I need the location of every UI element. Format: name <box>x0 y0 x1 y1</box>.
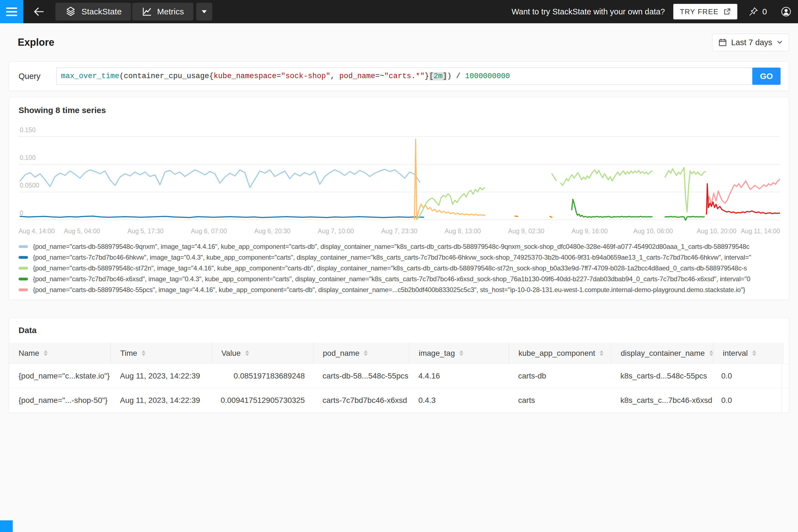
query-token: 1000000000 <box>465 72 510 80</box>
x-tick-label: Aug 7, 23:30 <box>381 227 417 235</box>
topbar-right: Want to try StackState with your own dat… <box>512 4 798 19</box>
query-token: "sock-shop" <box>281 72 330 80</box>
y-tick-label: 0.100 <box>20 154 36 161</box>
legend-text: {pod_name="carts-db-588979548c-9qnxm", i… <box>33 243 749 250</box>
x-tick-label: Aug 6, 20:30 <box>254 227 290 235</box>
query-panel: Query max_over_time(container_cpu_usage{… <box>9 61 789 91</box>
column-header-image-tag[interactable]: image_tag <box>409 343 509 363</box>
back-button[interactable] <box>31 3 47 20</box>
chart-title: Showing 8 time series <box>19 106 779 115</box>
legend-swatch <box>19 267 28 270</box>
chart-plot-area[interactable]: 0.1500.1000.05000 <box>19 123 780 223</box>
cell-name: {pod_name="...-shop-50"} <box>9 396 111 405</box>
go-button[interactable]: GO <box>752 68 781 85</box>
series-carts-db-588979548c-st72n <box>665 168 705 212</box>
page-title: Explore <box>18 37 54 48</box>
hamburger-icon <box>6 7 17 9</box>
tab-metrics-label: Metrics <box>157 7 184 16</box>
series-carts-db-588979548c-st72n <box>561 170 652 185</box>
cell-value: 0.009417512905730325 <box>212 396 313 405</box>
column-header-name[interactable]: Name <box>9 343 111 363</box>
bottom-left-widget-button[interactable] <box>0 520 13 532</box>
tab-stackstate[interactable]: StackState <box>55 3 131 20</box>
query-input[interactable]: max_over_time(container_cpu_usage{kube_n… <box>56 68 753 85</box>
column-header-display-container-name[interactable]: display_container_name <box>611 343 713 363</box>
data-panel: Data NameTimeValuepod_nameimage_tagkube_… <box>9 318 789 413</box>
query-token: ] <box>442 72 447 80</box>
sort-icon <box>709 350 713 356</box>
pin-count-badge: 0 <box>762 7 767 16</box>
cell-interval: 0.0 <box>712 396 782 405</box>
x-tick-label: Aug 5, 04:00 <box>64 227 100 235</box>
back-arrow-icon <box>33 7 44 16</box>
try-free-button[interactable]: TRY FREE <box>673 4 738 19</box>
cell-pod-name: carts-7c7bd7bc46-x6xsd <box>313 396 409 405</box>
x-tick-label: Aug 10, 20:00 <box>697 227 736 235</box>
sort-icon <box>44 350 48 356</box>
query-token: { <box>209 72 214 80</box>
table-row: {pod_name="c...kstate.io"}Aug 11, 2023, … <box>9 364 789 388</box>
legend-swatch <box>19 256 28 259</box>
tab-dropdown-button[interactable] <box>196 3 212 20</box>
query-token: =~ <box>375 72 384 80</box>
x-tick-label: Aug 10, 06:00 <box>633 227 673 235</box>
try-free-label: TRY FREE <box>680 7 719 16</box>
legend-item: {pod_name="carts-7c7bd7bc46-x6xsd", imag… <box>19 276 779 283</box>
pinned-items[interactable]: 0 <box>748 7 767 17</box>
cell-kube-app-component: carts <box>509 396 611 405</box>
legend-item: {pod_name="carts-7c7bd7bc46-6hkvw", imag… <box>19 254 779 261</box>
x-tick-label: Aug 5, 17:30 <box>128 227 164 235</box>
y-tick-label: 0 <box>20 209 23 217</box>
legend-text: {pod_name="carts-db-588979548c-55pcs", i… <box>33 286 745 293</box>
table-row: {pod_name="...-shop-50"}Aug 11, 2023, 14… <box>9 388 789 413</box>
x-tick-label: Aug 7, 10:00 <box>318 227 354 235</box>
series-carts-db-588979548c-st72n <box>552 174 556 180</box>
hamburger-icon <box>6 11 17 13</box>
time-range-picker[interactable]: Last 7 days <box>712 34 789 51</box>
cell-time: Aug 11, 2023, 14:22:39 <box>111 372 212 380</box>
sort-icon <box>752 350 756 356</box>
external-link-icon <box>723 8 731 15</box>
avatar-icon <box>781 5 791 18</box>
timeseries-chart: 0.1500.1000.05000 Aug 4, 14:00Aug 5, 04:… <box>19 123 779 239</box>
cell-display-container-name: k8s_carts_c...7bc46-x6xsd <box>611 396 712 405</box>
table-body: {pod_name="c...kstate.io"}Aug 11, 2023, … <box>9 364 789 413</box>
cell-display-container-name: k8s_carts-d...548c-55pcs <box>611 372 712 380</box>
tab-stackstate-label: StackState <box>81 7 122 16</box>
chart-legend: {pod_name="carts-db-588979548c-9qnxm", i… <box>19 243 779 295</box>
y-tick-label: 0.0500 <box>20 182 39 189</box>
column-header-pod-name[interactable]: pod_name <box>313 343 409 363</box>
hamburger-menu-button[interactable] <box>0 0 23 23</box>
pushpin-icon <box>748 7 758 17</box>
caret-down-icon <box>202 10 207 13</box>
legend-text: {pod_name="carts-db-588979548c-st72n", i… <box>33 265 747 272</box>
query-label: Query <box>19 72 56 81</box>
legend-item: {pod_name="carts-db-588979548c-st72n", i… <box>19 265 779 272</box>
column-header-kube-app-component[interactable]: kube_app_component <box>509 343 611 363</box>
sort-icon <box>245 350 249 356</box>
sort-icon <box>600 350 604 356</box>
cell-interval: 0.0 <box>712 372 782 380</box>
column-label: Value <box>222 349 241 358</box>
data-title: Data <box>19 326 789 335</box>
query-token: [ <box>429 72 434 80</box>
chart-panel: Showing 8 time series 0.1500.1000.05000 … <box>9 97 789 300</box>
cell-pod-name: carts-db-58...548c-55pcs <box>313 372 409 380</box>
table-right-gutter <box>782 364 789 388</box>
cell-image-tag: 0.4.3 <box>409 396 509 405</box>
stackstate-logo-icon <box>65 6 76 17</box>
user-avatar-button[interactable] <box>779 5 793 19</box>
legend-item: {pod_name="carts-db-588979548c-55pcs", i… <box>19 286 779 293</box>
tab-metrics[interactable]: Metrics <box>132 3 193 20</box>
legend-swatch <box>19 245 28 248</box>
query-token: kube_namespace <box>214 72 277 80</box>
column-header-time[interactable]: Time <box>111 343 212 363</box>
table-right-gutter <box>782 388 789 413</box>
series-carts-7c7bd7bc46-x6xsd <box>572 199 652 217</box>
column-label: Time <box>120 349 137 358</box>
column-header-value[interactable]: Value <box>212 343 313 363</box>
series-carts-7c7bd7bc46-6hkvw <box>20 216 424 217</box>
page-header: Explore Last 7 days <box>0 23 798 61</box>
column-header-interval[interactable]: interval <box>713 343 783 363</box>
series-series-orange-dots <box>515 216 518 216</box>
